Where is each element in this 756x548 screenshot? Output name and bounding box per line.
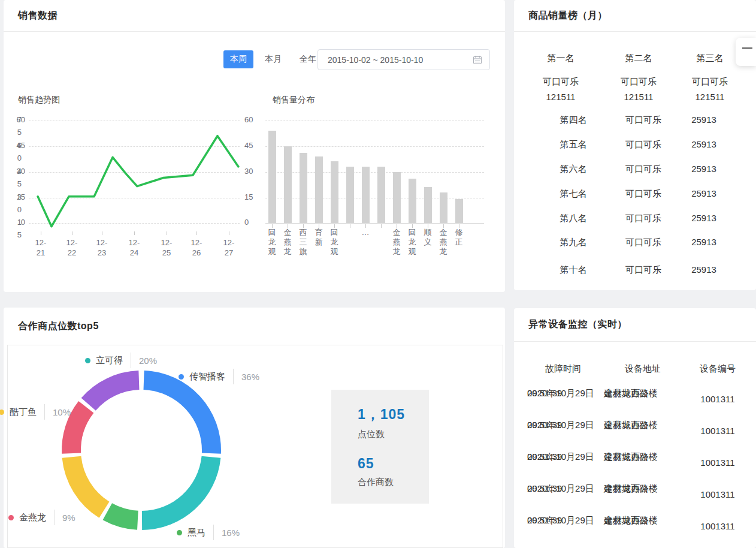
rank-row-7: 第七名可口可乐25913: [514, 188, 756, 201]
line-xaxis-tick: [134, 231, 135, 235]
bar-xaxis-label: 金燕龙: [439, 228, 448, 257]
product-value: 121511: [606, 92, 672, 102]
line-yaxis2-label: 5: [4, 179, 22, 188]
bar-item-6: [346, 167, 354, 223]
date-range-input[interactable]: 2015-10-02 ~ 2015-10-10: [317, 49, 490, 70]
line-yaxis-right-label: 45: [244, 141, 261, 150]
bar-xaxis-label: 顺义: [423, 228, 433, 247]
rank-top3-col-2: 第二名可口可乐121511: [606, 53, 672, 102]
monitor-row-4: 2020年10月29日09:51:39金燕龙办公楼建材城西路1001311: [514, 482, 756, 510]
legend-name: 酷丁鱼: [10, 407, 37, 418]
bar-xaxis-tick: [397, 224, 397, 228]
rank-label: 第九名: [540, 237, 606, 248]
bar-金燕龙: [393, 172, 401, 224]
bar-金燕龙: [440, 192, 447, 223]
bar-baseline: [265, 223, 484, 224]
bar-xaxis-label: 金燕龙: [283, 228, 292, 257]
donut-slice-6[interactable]: [81, 371, 140, 411]
line-yaxis2-label: 0: [4, 205, 22, 214]
rank-label: 第七名: [540, 188, 606, 200]
bar-回龙观: [331, 161, 338, 223]
bar-xaxis-label: 育新: [314, 228, 323, 247]
rank-top3-col-1: 第一名可口可乐121511: [528, 53, 594, 102]
legend-percent: 10%: [53, 407, 71, 417]
rank-row-6: 第六名可口可乐25913: [514, 164, 756, 177]
settings-drawer-toggle[interactable]: [736, 38, 756, 66]
rank-row-9: 第九名可口可乐25913: [514, 237, 756, 250]
sales-data-panel: 销售数据 本周本月全年 2015-10-02 ~ 2015-10-10 销售趋势…: [4, 0, 505, 292]
monitor-panel-header: 异常设备监控（实时）: [514, 308, 756, 342]
line-yaxis2-label: 4: [4, 167, 22, 176]
legend-percent: 9%: [62, 513, 75, 523]
bar-金燕龙: [284, 146, 292, 223]
product-value: 25913: [671, 213, 737, 223]
legend-percent: 36%: [241, 372, 259, 382]
donut-slice-4[interactable]: [62, 456, 110, 518]
points-count-value: 1，105: [358, 405, 429, 424]
product-rank-panel: 商品销量榜（月） 第一名可口可乐121511第二名可口可乐121511第三名可口…: [514, 0, 756, 290]
bar-xaxis-tick: [334, 224, 335, 228]
device-id: 1001311: [691, 482, 745, 501]
line-xaxis-tick: [196, 231, 197, 235]
line-xaxis-label: 12-26: [185, 237, 208, 258]
bar-西三旗: [300, 153, 307, 223]
bar-修正: [455, 199, 463, 223]
product-name: 可口可乐: [610, 264, 676, 276]
legend-dot-立可得: [85, 358, 90, 363]
donut-slice-3[interactable]: [103, 503, 138, 529]
bar-xaxis-tick: [350, 224, 350, 228]
product-name: 可口可乐: [677, 76, 743, 88]
line-gridline-45: [29, 146, 240, 147]
legend-立可得: 立可得20%: [85, 353, 157, 368]
line-yaxis2-label: 0: [4, 153, 22, 162]
product-name: 可口可乐: [610, 188, 676, 200]
bar-xaxis-tick: [443, 224, 444, 228]
tab-本周[interactable]: 本周: [223, 50, 253, 68]
calendar-icon[interactable]: [473, 55, 482, 65]
partner-top5-panel: 合作商点位数top5 立可得20%传智播客36%酷丁鱼10%金燕龙9%黑马16%…: [4, 308, 505, 548]
partners-count-label: 合作商数: [358, 477, 429, 488]
rank-label: 第八名: [540, 213, 606, 224]
line-gridline-0: [29, 223, 240, 224]
rank-label: 第五名: [540, 139, 606, 150]
product-name: 可口可乐: [610, 237, 676, 248]
line-xaxis-label: 12-21: [29, 237, 53, 258]
line-xaxis-tick: [229, 231, 229, 235]
line-xaxis-label: 12-24: [122, 237, 146, 258]
line-yaxis2-label: 3: [4, 192, 22, 201]
tab-本月[interactable]: 本月: [258, 50, 288, 68]
legend-divider: [44, 404, 45, 420]
legend-name: 立可得: [96, 355, 123, 366]
product-name: 可口可乐: [610, 115, 676, 126]
line-xaxis-label: 12-22: [60, 237, 84, 258]
legend-dot-酷丁鱼: [0, 410, 4, 415]
bar-xaxis-label: 金燕龙: [392, 228, 401, 257]
legend-黑马: 黑马16%: [177, 525, 240, 540]
line-gridline-30: [29, 172, 240, 173]
bar-xaxis-tick: [319, 224, 319, 228]
product-value: 25913: [671, 237, 737, 247]
bar-xaxis-tick: [365, 224, 366, 228]
sales-panel-title: 销售数据: [18, 10, 58, 22]
bar-回龙观: [268, 131, 276, 223]
line-yaxis-right-label: 0: [244, 218, 261, 227]
bar-xaxis-label: 修正: [454, 228, 464, 247]
rank-row-4: 第四名可口可乐25913: [514, 115, 756, 128]
bar-xaxis-tick: [412, 224, 413, 228]
line-yaxis2-label: 6: [4, 141, 22, 150]
product-value: 25913: [671, 139, 737, 149]
bar-xaxis-label-ellipsis: …: [361, 228, 370, 237]
legend-name: 传智播客: [189, 371, 225, 383]
rank-label: 第十名: [540, 264, 606, 276]
rank-label: 第三名: [677, 53, 743, 64]
legend-percent: 20%: [139, 356, 157, 366]
line-xaxis-tick: [72, 231, 72, 235]
bar-xaxis-tick: [303, 224, 304, 228]
bar-item-8: [377, 167, 385, 223]
bar-gridline-15: [265, 198, 484, 198]
donut-slice-2[interactable]: [142, 456, 221, 530]
bar-顺义: [424, 187, 432, 223]
rank-label: 第一名: [528, 53, 594, 64]
line-yaxis-right-label: 30: [244, 167, 261, 176]
bar-xaxis-label: 西三旗: [298, 228, 308, 257]
